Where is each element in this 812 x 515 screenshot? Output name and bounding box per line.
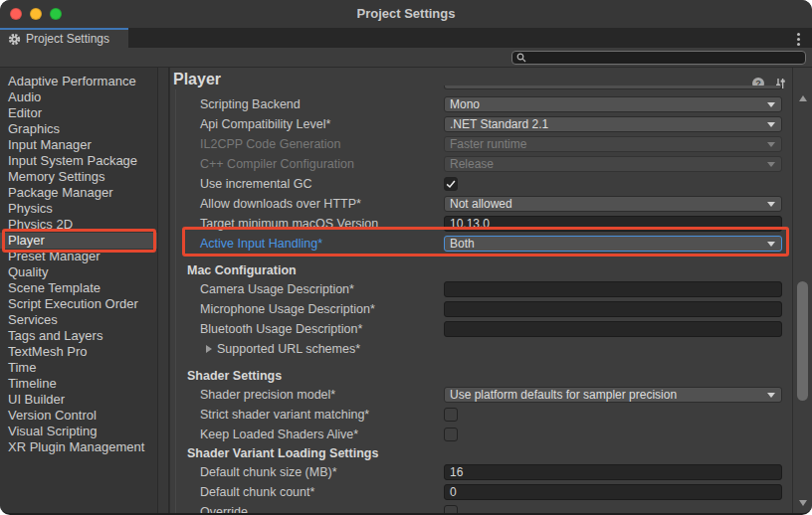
sidebar-item-physics[interactable]: Physics: [0, 201, 157, 217]
sidebar-item-services[interactable]: Services: [0, 312, 157, 328]
setting-label: Camera Usage Description*: [200, 282, 354, 296]
setting-label: Default chunk count*: [200, 485, 314, 499]
sidebar-item-label: Physics: [8, 201, 53, 216]
sidebar-item-label: Memory Settings: [8, 169, 105, 184]
sidebar-item-input-manager[interactable]: Input Manager: [0, 137, 157, 153]
sidebar-item-label: Timeline: [8, 376, 57, 391]
sidebar-item-label: Visual Scripting: [8, 424, 97, 438]
row-microphone-usage-description: Microphone Usage Description*: [169, 299, 792, 319]
textfield-camera-usage-description[interactable]: [444, 281, 782, 297]
checkbox-override[interactable]: [444, 505, 458, 515]
section-label: Shader Settings: [187, 369, 282, 383]
vertical-scrollbar[interactable]: [792, 68, 812, 513]
setting-label: Override: [200, 505, 248, 515]
row-bluetooth-usage-description: Bluetooth Usage Description*: [169, 319, 792, 339]
setting-label: Strict shader variant matching*: [200, 408, 369, 422]
sidebar-item-audio[interactable]: Audio: [0, 89, 157, 105]
chevron-down-icon: [767, 102, 775, 107]
dropdown-c-compiler-configuration: Release: [444, 156, 782, 172]
setting-label: Bluetooth Usage Description*: [200, 322, 362, 336]
sidebar-item-label: Adaptive Performance: [8, 74, 136, 88]
checkbox-strict-shader-variant-matching[interactable]: [444, 408, 458, 422]
row-il2cpp-code-generation: IL2CPP Code GenerationFaster runtime: [169, 134, 792, 154]
sidebar-list: Adaptive PerformanceAudioEditorGraphicsI…: [0, 68, 157, 513]
sidebar-item-player[interactable]: Player: [0, 233, 157, 249]
textfield-default-chunk-size-mb[interactable]: 16: [444, 464, 782, 480]
section-shader-variant-loading-settings: Shader Variant Loading Settings: [169, 444, 792, 462]
sidebar-item-label: Player: [8, 233, 45, 248]
setting-label: IL2CPP Code Generation: [200, 137, 341, 151]
textfield-microphone-usage-description[interactable]: [444, 301, 782, 317]
setting-label[interactable]: Supported URL schemes*: [217, 342, 360, 356]
sidebar-item-quality[interactable]: Quality: [0, 264, 157, 280]
row-keep-loaded-shaders-alive: Keep Loaded Shaders Alive*: [169, 425, 792, 444]
sidebar-item-timeline[interactable]: Timeline: [0, 376, 157, 392]
section-shader-settings: Shader Settings: [169, 367, 792, 385]
scroll-up-icon[interactable]: [799, 95, 807, 101]
chevron-down-icon: [767, 122, 775, 127]
dropdown-scripting-backend[interactable]: Mono: [444, 96, 782, 112]
textfield-target-minimum-macos-version[interactable]: 10.13.0: [444, 216, 782, 232]
row-scripting-backend: Scripting BackendMono: [169, 94, 792, 114]
scroll-down-icon[interactable]: [799, 500, 807, 506]
scrollbar-thumb[interactable]: [797, 281, 808, 401]
sidebar-item-label: Editor: [8, 105, 42, 120]
tab-project-settings[interactable]: Project Settings: [0, 28, 128, 48]
dropdown-value: Mono: [445, 97, 767, 111]
row-default-chunk-size-mb: Default chunk size (MB)*16: [169, 462, 792, 482]
tab-strip: Project Settings: [0, 28, 812, 48]
sidebar-item-graphics[interactable]: Graphics: [0, 121, 157, 137]
sidebar-item-editor[interactable]: Editor: [0, 105, 157, 121]
foldout-arrow-icon[interactable]: [206, 345, 212, 353]
sidebar-item-script-execution-order[interactable]: Script Execution Order: [0, 296, 157, 312]
dropdown-shader-precision-model[interactable]: Use platform defaults for sampler precis…: [444, 387, 782, 403]
titlebar: Project Settings: [0, 0, 812, 28]
sidebar-item-tags-and-layers[interactable]: Tags and Layers: [0, 328, 157, 344]
dropdown-value: Release: [445, 157, 767, 171]
chevron-down-icon: [767, 142, 775, 147]
kebab-menu-icon[interactable]: [797, 33, 800, 46]
textfield-bluetooth-usage-description[interactable]: [444, 321, 782, 337]
check-icon: [445, 178, 457, 190]
dropdown-allow-downloads-over-http[interactable]: Not allowed: [444, 196, 782, 212]
sidebar-item-label: UI Builder: [8, 392, 65, 407]
row-target-minimum-macos-version: Target minimum macOS Version10.13.0: [169, 214, 792, 234]
checkbox-keep-loaded-shaders-alive[interactable]: [444, 428, 458, 441]
sidebar-item-label: TextMesh Pro: [8, 344, 87, 359]
sidebar-item-package-manager[interactable]: Package Manager: [0, 185, 157, 201]
sidebar-item-xr-plugin-management[interactable]: XR Plugin Management: [0, 439, 157, 455]
sidebar-item-ui-builder[interactable]: UI Builder: [0, 392, 157, 408]
sidebar-item-time[interactable]: Time: [0, 360, 157, 376]
sidebar-item-input-system-package[interactable]: Input System Package: [0, 153, 157, 169]
section-mac-configuration: Mac Configuration: [169, 261, 792, 279]
sidebar-item-version-control[interactable]: Version Control: [0, 408, 157, 424]
sidebar-item-textmesh-pro[interactable]: TextMesh Pro: [0, 344, 157, 360]
textfield-value: 0: [445, 485, 457, 499]
textfield-default-chunk-count[interactable]: 0: [444, 484, 782, 500]
row-strict-shader-variant-matching: Strict shader variant matching*: [169, 405, 792, 425]
sidebar-item-memory-settings[interactable]: Memory Settings: [0, 169, 157, 185]
sidebar-item-label: Physics 2D: [8, 217, 73, 232]
sidebar-item-visual-scripting[interactable]: Visual Scripting: [0, 424, 157, 439]
row-supported-url-schemes: Supported URL schemes*: [169, 339, 792, 359]
sidebar-item-scene-template[interactable]: Scene Template: [0, 280, 157, 296]
chevron-down-icon: [767, 162, 775, 167]
dropdown-value: Faster runtime: [445, 137, 767, 151]
setting-label: Api Compatibility Level*: [200, 117, 330, 131]
sidebar-item-adaptive-performance[interactable]: Adaptive Performance: [0, 74, 157, 89]
dropdown-value: Not allowed: [445, 197, 767, 211]
section-label: Mac Configuration: [187, 263, 297, 277]
setting-label: Use incremental GC: [200, 177, 312, 191]
checkbox-use-incremental-gc[interactable]: [444, 177, 458, 191]
row-use-incremental-gc: Use incremental GC: [169, 174, 792, 194]
dropdown-active-input-handling[interactable]: Both: [444, 236, 782, 252]
sidebar-item-physics-2d[interactable]: Physics 2D: [0, 217, 157, 233]
search-input[interactable]: [511, 51, 806, 65]
page-title: Player: [173, 71, 221, 88]
dropdown-api-compatibility-level[interactable]: .NET Standard 2.1: [444, 116, 782, 132]
sidebar-item-preset-manager[interactable]: Preset Manager: [0, 249, 157, 264]
setting-label: Active Input Handling*: [200, 237, 322, 251]
sidebar-item-label: Services: [8, 312, 58, 327]
row-allow-downloads-over-http: Allow downloads over HTTP*Not allowed: [169, 194, 792, 214]
sidebar-splitter[interactable]: [157, 68, 169, 513]
